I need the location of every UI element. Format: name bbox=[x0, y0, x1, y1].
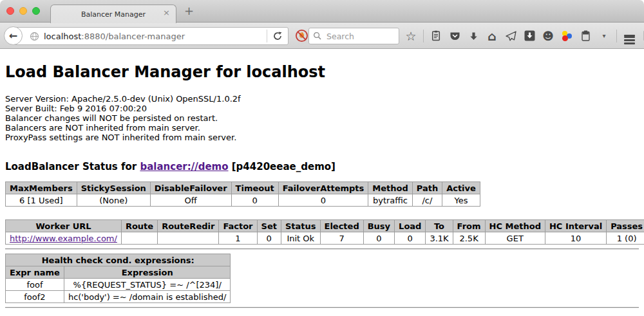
page-title: Load Balancer Manager for localhost bbox=[5, 63, 639, 81]
close-window-button[interactable] bbox=[6, 7, 14, 15]
divider-rule bbox=[5, 248, 639, 250]
feedback-smiley-icon[interactable]: ☻ bbox=[542, 28, 554, 44]
search-icon bbox=[313, 30, 321, 42]
cell-path: /c/ bbox=[412, 194, 442, 207]
toolbar-icons: ☆ ⌂ bbox=[404, 23, 644, 49]
col-route: Route bbox=[121, 220, 157, 232]
save-to-device-icon[interactable] bbox=[523, 28, 536, 44]
tab-balancer-manager[interactable]: Balancer Manager × bbox=[50, 5, 176, 23]
cell-method: bytraffic bbox=[368, 194, 412, 207]
worker-url-link[interactable]: http://www.example.com/ bbox=[10, 234, 117, 243]
new-tab-button[interactable]: + bbox=[184, 4, 194, 17]
minimize-window-button[interactable] bbox=[19, 7, 27, 15]
col-stickysession: StickySession bbox=[77, 182, 150, 194]
window-controls bbox=[6, 7, 40, 15]
cell-status: Init Ok bbox=[281, 232, 320, 245]
health-table-title: Health check cond. expressions: bbox=[6, 254, 231, 266]
navigation-toolbar: ← localhost :8880/balancer-manager bbox=[0, 23, 644, 49]
health-data-row: foof %{REQUEST_STATUS} =~ /^[234]/ bbox=[6, 279, 231, 291]
health-data-row: foof2 hc('body') =~ /domain is establish… bbox=[6, 291, 231, 303]
search-bar[interactable] bbox=[308, 28, 399, 44]
cell-hc-interval: 10 bbox=[545, 232, 606, 245]
cell-factor: 1 bbox=[219, 232, 257, 245]
persist-notice-line: Balancer changes will NOT be persisted o… bbox=[5, 113, 639, 123]
reader-sidebar-icon[interactable] bbox=[641, 28, 644, 44]
search-input[interactable] bbox=[325, 31, 390, 42]
cell-to: 3.1K bbox=[426, 232, 453, 245]
status-heading-prefix: LoadBalancer Status for bbox=[5, 161, 140, 172]
proxypass-notice-line: ProxyPass settings are NOT inherited fro… bbox=[5, 133, 639, 142]
cell-active: Yes bbox=[442, 194, 480, 207]
health-title-row: Health check cond. expressions: bbox=[6, 254, 231, 266]
toolbar-divider bbox=[616, 30, 617, 42]
worker-table: Worker URL Route RouteRedir Factor Set S… bbox=[5, 219, 644, 245]
cell-worker-url: http://www.example.com/ bbox=[6, 232, 122, 245]
overflow-caret-icon[interactable]: ▾ bbox=[598, 28, 611, 44]
tab-title: Balancer Manager bbox=[81, 10, 146, 19]
col-routeredir: RouteRedir bbox=[158, 220, 219, 232]
col-factor: Factor bbox=[219, 220, 257, 232]
toolbar-divider bbox=[423, 30, 424, 42]
browser-window: Balancer Manager × + ← localhost :8880/b… bbox=[0, 0, 644, 316]
url-bar[interactable]: localhost :8880/balancer-manager bbox=[14, 27, 289, 45]
reload-icon bbox=[273, 32, 282, 41]
containers-icon[interactable] bbox=[579, 28, 592, 44]
cell-maxmembers: 6 [1 Used] bbox=[6, 194, 77, 207]
col-timeout: Timeout bbox=[231, 182, 278, 194]
loadbalancer-status-heading: LoadBalancer Status for balancer://demo … bbox=[5, 161, 639, 172]
col-from: From bbox=[453, 220, 485, 232]
col-expr-name: Expr name bbox=[6, 266, 64, 279]
col-busy: Busy bbox=[363, 220, 394, 232]
col-passes: Passes bbox=[607, 220, 644, 232]
col-expression: Expression bbox=[64, 266, 231, 279]
cell-busy: 0 bbox=[363, 232, 394, 245]
col-worker-url: Worker URL bbox=[6, 220, 122, 232]
balancer-demo-link[interactable]: balancer://demo bbox=[140, 161, 228, 172]
title-bar: Balancer Manager × + bbox=[0, 0, 644, 23]
cell-route bbox=[121, 232, 157, 245]
tab-close-icon[interactable]: × bbox=[163, 8, 170, 17]
flash-blocked-icon[interactable] bbox=[295, 29, 308, 45]
status-heading-suffix: [p4420eeae_demo] bbox=[229, 161, 336, 172]
server-built-line: Server Built: Feb 9 2016 07:00:20 bbox=[5, 104, 639, 113]
zoom-window-button[interactable] bbox=[32, 7, 40, 15]
cell-from: 2.5K bbox=[453, 232, 485, 245]
cell-expression-foof: %{REQUEST_STATUS} =~ /^[234]/ bbox=[64, 279, 231, 291]
cell-disablefailover: Off bbox=[150, 194, 231, 207]
reload-button[interactable] bbox=[267, 32, 288, 41]
balancer-data-row: 6 [1 Used] (None) Off 0 0 bytraffic /c/ … bbox=[6, 194, 480, 207]
col-active: Active bbox=[442, 182, 480, 194]
pocket-icon[interactable] bbox=[448, 28, 461, 44]
url-path-text: :8880/balancer-manager bbox=[81, 32, 185, 41]
cell-timeout: 0 bbox=[231, 194, 278, 207]
send-page-icon[interactable] bbox=[504, 28, 517, 44]
col-disablefailover: DisableFailover bbox=[150, 182, 231, 194]
col-maxmembers: MaxMembers bbox=[6, 182, 77, 194]
col-path: Path bbox=[412, 182, 442, 194]
server-info: Server Version: Apache/2.5.0-dev (Unix) … bbox=[5, 94, 639, 142]
cell-elected: 7 bbox=[320, 232, 363, 245]
cell-stickysession: (None) bbox=[77, 194, 150, 207]
cell-hc-method: GET bbox=[485, 232, 545, 245]
col-elected: Elected bbox=[320, 220, 363, 232]
col-failoverattempts: FailoverAttempts bbox=[278, 182, 368, 194]
cell-load: 0 bbox=[395, 232, 426, 245]
worker-data-row: http://www.example.com/ 1 0 Init Ok 7 0 … bbox=[6, 232, 644, 245]
cell-expr-name-foof: foof bbox=[6, 279, 64, 291]
footer-rule bbox=[5, 307, 639, 308]
page-content: Load Balancer Manager for localhost Serv… bbox=[0, 50, 644, 316]
balancer-header-row: MaxMembers StickySession DisableFailover… bbox=[6, 182, 480, 194]
bookmarks-menu-icon[interactable] bbox=[430, 28, 442, 44]
menu-hamburger-icon[interactable] bbox=[623, 28, 636, 44]
balancer-params-table: MaxMembers StickySession DisableFailover… bbox=[5, 181, 480, 207]
extension-dots-icon[interactable] bbox=[560, 28, 573, 44]
inherit-notice-line: Balancers are NOT inherited from main se… bbox=[5, 123, 639, 133]
cell-passes: 1 (0) bbox=[607, 232, 644, 245]
col-method: Method bbox=[368, 182, 412, 194]
health-check-table: Health check cond. expressions: Expr nam… bbox=[5, 254, 231, 303]
downloads-icon[interactable] bbox=[467, 28, 480, 44]
bookmark-star-icon[interactable]: ☆ bbox=[404, 28, 417, 44]
col-status: Status bbox=[281, 220, 320, 232]
back-button[interactable]: ← bbox=[4, 26, 23, 45]
home-icon[interactable]: ⌂ bbox=[486, 28, 498, 44]
